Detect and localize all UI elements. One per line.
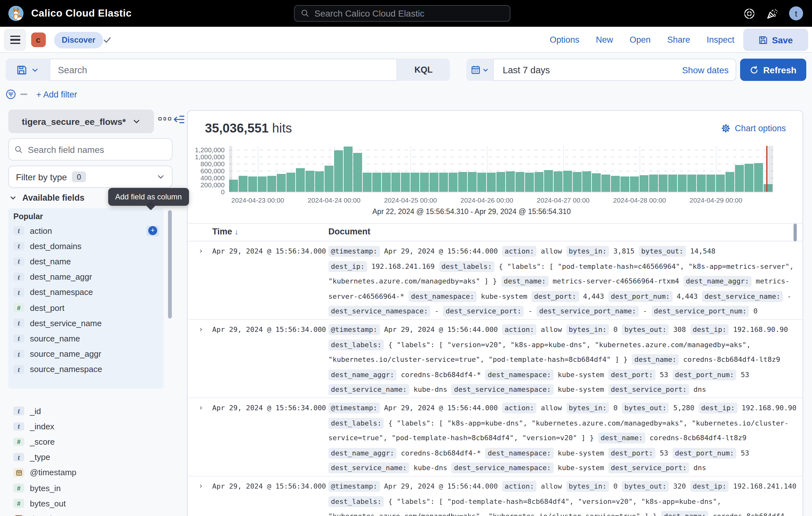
add-field-as-column-button[interactable]: + — [146, 225, 159, 236]
field-item-_index[interactable]: t_index — [8, 418, 164, 434]
histogram-bar[interactable] — [620, 176, 629, 192]
histogram-bar[interactable] — [382, 173, 391, 192]
histogram-bar[interactable] — [649, 174, 658, 192]
histogram-bar[interactable] — [754, 163, 763, 192]
saved-query-menu-button[interactable] — [6, 59, 50, 81]
histogram-bar[interactable] — [525, 173, 534, 192]
available-fields-toggle[interactable]: Available fields — [9, 193, 85, 202]
time-column-header[interactable]: Time↓ — [212, 227, 239, 236]
histogram-bar[interactable] — [563, 171, 572, 192]
histogram-bar[interactable] — [678, 174, 687, 192]
histogram-bar[interactable] — [687, 174, 696, 192]
histogram-bar[interactable] — [353, 153, 362, 192]
expand-row-icon[interactable]: › — [199, 482, 203, 490]
time-range-value[interactable]: Last 7 days — [494, 65, 674, 75]
histogram-bar[interactable] — [640, 175, 648, 192]
histogram-bar[interactable] — [706, 174, 715, 192]
histogram-bar[interactable] — [277, 174, 286, 192]
sidebar-scrollbar[interactable] — [168, 210, 172, 319]
toolbar-link-open[interactable]: Open — [630, 35, 651, 45]
histogram-bar[interactable] — [735, 165, 744, 192]
histogram-bar[interactable] — [592, 173, 601, 192]
field-item-_id[interactable]: t_id — [8, 403, 164, 418]
histogram-bar[interactable] — [630, 176, 639, 192]
user-avatar[interactable]: t — [789, 6, 803, 20]
field-item-dest_name_aggr[interactable]: tdest_name_aggr — [8, 269, 164, 284]
toolbar-link-new[interactable]: New — [596, 35, 613, 45]
global-search[interactable] — [294, 5, 510, 22]
field-item-source_namespace[interactable]: tsource_namespace — [8, 361, 164, 377]
toolbar-link-options[interactable]: Options — [550, 35, 579, 45]
field-item-dest_domains[interactable]: tdest_domains — [8, 238, 164, 253]
histogram-bar[interactable] — [611, 176, 620, 192]
histogram-bar[interactable] — [668, 174, 677, 192]
save-button[interactable]: Save — [743, 29, 808, 51]
histogram-bar[interactable] — [401, 173, 410, 192]
expand-row-icon[interactable]: › — [199, 403, 203, 412]
histogram-bar[interactable] — [544, 170, 553, 192]
histogram-bar[interactable] — [315, 171, 324, 192]
refresh-button[interactable]: Refresh — [740, 59, 806, 81]
histogram-bar[interactable] — [458, 172, 467, 192]
menu-hamburger-button[interactable] — [4, 29, 26, 51]
help-buoy-icon[interactable] — [743, 7, 755, 20]
field-item-source_name_aggr[interactable]: tsource_name_aggr — [8, 346, 164, 361]
field-item-bytes_in[interactable]: #bytes_in — [8, 480, 164, 496]
histogram-bar[interactable] — [601, 174, 610, 192]
toolbar-link-inspect[interactable]: Inspect — [707, 35, 734, 45]
party-popper-icon[interactable] — [766, 7, 778, 20]
field-item-dest_name[interactable]: tdest_name — [8, 254, 164, 269]
expand-row-icon[interactable]: › — [199, 325, 203, 334]
histogram-bar[interactable] — [516, 172, 524, 192]
field-item-action[interactable]: taction+ — [8, 223, 164, 238]
breadcrumb-discover[interactable]: Discover — [54, 31, 103, 48]
histogram-bar[interactable] — [324, 165, 334, 192]
histogram-bar[interactable] — [372, 172, 381, 192]
collapse-sidebar-icon[interactable] — [174, 114, 184, 125]
histogram-bar[interactable] — [363, 173, 372, 192]
histogram-bar[interactable] — [659, 174, 668, 192]
histogram-bar[interactable] — [430, 173, 438, 192]
histogram-bar[interactable] — [487, 173, 496, 192]
field-item-_type[interactable]: t_type — [8, 450, 164, 465]
histogram-bar[interactable] — [296, 168, 305, 192]
global-search-input[interactable] — [314, 8, 503, 19]
histogram-bar[interactable] — [554, 172, 562, 192]
histogram-bar[interactable] — [506, 171, 515, 192]
histogram-bar[interactable] — [477, 172, 486, 192]
field-item-dest_ip[interactable]: IPdest_ip — [8, 511, 164, 516]
date-picker-calendar-button[interactable] — [466, 59, 494, 81]
index-options-icon[interactable] — [158, 117, 171, 120]
histogram-bar[interactable] — [267, 176, 276, 192]
histogram-bar[interactable] — [239, 176, 248, 192]
histogram-bar[interactable] — [392, 173, 400, 192]
histogram-bar[interactable] — [334, 151, 343, 192]
field-item-source_name[interactable]: tsource_name — [8, 331, 164, 346]
histogram-bar[interactable] — [448, 173, 458, 192]
filter-icon[interactable] — [6, 89, 16, 99]
histogram-bar[interactable] — [286, 173, 295, 192]
histogram-bar[interactable] — [248, 176, 257, 192]
field-item-dest_service_name[interactable]: tdest_service_name — [8, 315, 164, 331]
histogram-bar[interactable] — [468, 172, 476, 192]
field-item-bytes_out[interactable]: #bytes_out — [8, 496, 164, 511]
histogram-bar[interactable] — [410, 173, 419, 192]
histogram-bar[interactable] — [306, 171, 314, 192]
expand-row-icon[interactable]: › — [199, 247, 203, 255]
histogram-bar[interactable] — [420, 173, 429, 192]
show-dates-button[interactable]: Show dates — [674, 65, 736, 75]
filter-by-type-select[interactable]: Filter by type 0 — [8, 166, 172, 188]
field-item-dest_namespace[interactable]: tdest_namespace — [8, 285, 164, 300]
histogram-bar[interactable] — [344, 146, 352, 192]
kql-search-input[interactable] — [58, 65, 389, 75]
histogram-bar[interactable] — [716, 174, 725, 192]
doc-table-scrollbar[interactable] — [793, 224, 797, 241]
space-badge[interactable]: c — [31, 32, 46, 47]
index-pattern-switcher[interactable]: tigera_secure_ee_flows* — [8, 110, 154, 133]
histogram-bar[interactable] — [439, 172, 448, 192]
histogram-bar[interactable] — [745, 163, 753, 192]
histogram-bar[interactable] — [697, 174, 706, 192]
toolbar-link-share[interactable]: Share — [667, 35, 690, 45]
histogram-bar[interactable] — [582, 171, 591, 192]
histogram-bar[interactable] — [573, 172, 582, 192]
